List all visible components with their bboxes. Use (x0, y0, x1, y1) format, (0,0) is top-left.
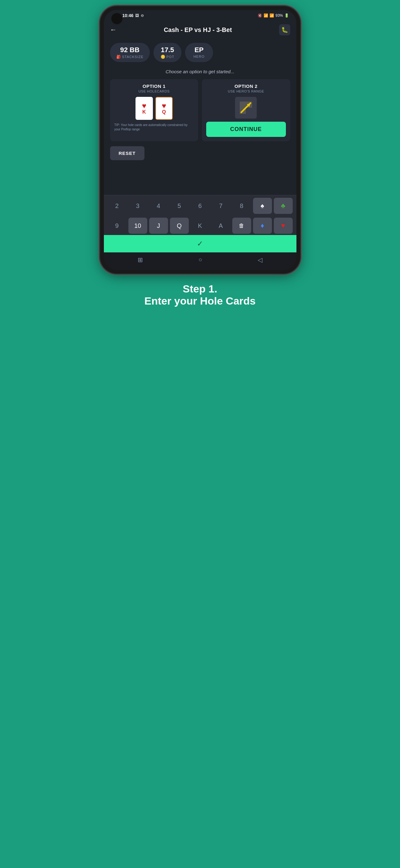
key-spade[interactable]: ♠ (253, 198, 272, 214)
key-5[interactable]: 5 (170, 198, 189, 214)
key-3[interactable]: 3 (128, 198, 147, 214)
key-q[interactable]: Q (170, 218, 189, 234)
empty-space (104, 170, 296, 195)
key-heart[interactable]: ♥ (274, 218, 293, 234)
continue-button[interactable]: CONTINUE (206, 122, 286, 137)
key-k[interactable]: K (191, 218, 210, 234)
step-number: Step 1. (106, 283, 294, 295)
key-diamond[interactable]: ♦ (253, 218, 272, 234)
stats-row: 92 BB 🎒 STACKSIZE 17.5 🪙 POT EP (104, 40, 296, 67)
range-icon-box (235, 97, 257, 119)
pot-value: 17.5 (161, 46, 174, 54)
pot-label-row: 🪙 POT (161, 55, 174, 59)
nav-menu-icon[interactable]: ⊞ (138, 256, 143, 264)
mute-icon: 🔇 (258, 13, 262, 18)
bug-button[interactable]: 🐛 (279, 24, 290, 35)
options-row: OPTION 1 USE HOLECARDS ♥ K ♥ Q (110, 79, 290, 141)
confirm-checkmark: ✓ (197, 239, 203, 248)
phone-screen: 10:46 🖼 ⊖ 🔇 📶 📶 93% 🔋 ← Cash - EP vs HJ … (104, 10, 296, 270)
option2-box[interactable]: OPTION 2 USE HERO'S RANGE CONTINUE (202, 79, 290, 141)
key-6[interactable]: 6 (191, 198, 210, 214)
hero-label-row: HERO (194, 55, 205, 58)
pot-stat: 17.5 🪙 POT (154, 43, 181, 62)
confirm-bar[interactable]: ✓ (104, 235, 296, 252)
keyboard-section: 2 3 4 5 6 7 8 ♠ ♣ 9 10 J Q K A (104, 195, 296, 252)
key-club[interactable]: ♣ (274, 198, 293, 214)
stacksize-value: 92 BB (120, 46, 139, 54)
stacksize-stat: 92 BB 🎒 STACKSIZE (110, 43, 150, 62)
step-description: Enter your Hole Cards (106, 295, 294, 307)
key-j[interactable]: J (149, 218, 168, 234)
key-delete[interactable]: 🗑 (232, 218, 251, 234)
key-8[interactable]: 8 (232, 198, 251, 214)
key-7[interactable]: 7 (211, 198, 230, 214)
card1-rank: K (142, 110, 146, 115)
back-button[interactable]: ← (110, 26, 117, 34)
hero-label: HERO (194, 55, 205, 58)
battery-text: 93% (275, 13, 283, 18)
card2-rank: Q (162, 110, 166, 115)
reset-button[interactable]: RESET (110, 146, 144, 160)
gallery-icon: 🖼 (135, 13, 139, 18)
keyboard-row-1: 2 3 4 5 6 7 8 ♠ ♣ (104, 195, 296, 215)
cards-row: ♥ K ♥ Q (135, 97, 173, 120)
nav-back-icon[interactable]: ◁ (258, 256, 262, 264)
bug-icon: 🐛 (281, 26, 288, 33)
stacksize-label: STACKSIZE (122, 55, 143, 59)
phone-frame: 10:46 🖼 ⊖ 🔇 📶 📶 93% 🔋 ← Cash - EP vs HJ … (100, 6, 300, 274)
nav-home-icon[interactable]: ○ (198, 256, 202, 264)
stacksize-icon: 🎒 (116, 55, 121, 59)
option2-title: OPTION 2 (234, 84, 257, 89)
range-arrow-svg (238, 100, 254, 116)
pot-label: POT (167, 55, 174, 59)
option1-box[interactable]: OPTION 1 USE HOLECARDS ♥ K ♥ Q (110, 79, 198, 141)
hero-stat: EP HERO (185, 43, 213, 62)
card2-suit: ♥ (162, 102, 166, 110)
status-bar: 10:46 🖼 ⊖ 🔇 📶 📶 93% 🔋 (104, 10, 296, 20)
status-time: 10:46 (123, 13, 134, 18)
card1-suit: ♥ (142, 102, 146, 110)
tip-text: TIP: Your hole cards are automatically c… (114, 123, 194, 132)
bottom-nav: ⊞ ○ ◁ (104, 252, 296, 270)
key-9[interactable]: 9 (108, 218, 127, 234)
wifi-icon: 📶 (264, 13, 268, 18)
option1-title: OPTION 1 (143, 84, 166, 89)
hero-value: EP (194, 46, 203, 54)
option1-subtitle: USE HOLECARDS (138, 89, 170, 93)
status-right: 🔇 📶 📶 93% 🔋 (258, 13, 289, 18)
camera-cutout (111, 13, 123, 24)
header-title: Cash - EP vs HJ - 3-Bet (164, 26, 232, 34)
option2-subtitle: USE HERO'S RANGE (228, 89, 264, 93)
signal-icon: 📶 (269, 13, 274, 18)
stacksize-label-row: 🎒 STACKSIZE (116, 55, 143, 59)
key-a[interactable]: A (211, 218, 230, 234)
pot-icon: 🪙 (161, 55, 165, 59)
main-content: Choose an option to get started... OPTIO… (104, 67, 296, 170)
card-king-hearts[interactable]: ♥ K (135, 97, 153, 120)
card-queen-hearts[interactable]: ♥ Q (155, 97, 173, 120)
circle-minus-icon: ⊖ (141, 13, 144, 18)
key-2[interactable]: 2 (108, 198, 127, 214)
battery-icon: 🔋 (284, 13, 289, 18)
step-footer: Step 1. Enter your Hole Cards (100, 274, 300, 319)
choose-prompt: Choose an option to get started... (110, 69, 290, 74)
keyboard-row-2: 9 10 J Q K A 🗑 ♦ ♥ (104, 215, 296, 235)
key-10[interactable]: 10 (128, 218, 147, 234)
app-header: ← Cash - EP vs HJ - 3-Bet 🐛 (104, 20, 296, 40)
key-4[interactable]: 4 (149, 198, 168, 214)
